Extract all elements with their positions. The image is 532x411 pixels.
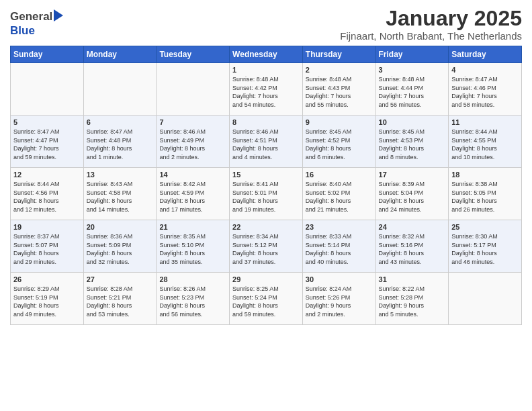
cell-content-line: Sunset: 4:42 PM: [232, 84, 300, 93]
cell-content-line: Daylight: 8 hours: [306, 249, 373, 258]
day-number: 16: [306, 171, 373, 179]
calendar-week-row: 19Sunrise: 8:37 AMSunset: 5:07 PMDayligh…: [11, 220, 522, 273]
cell-content-line: and 35 minutes.: [159, 258, 226, 267]
cell-content-line: Sunset: 5:28 PM: [379, 293, 446, 302]
cell-content-line: and 49 minutes.: [13, 310, 81, 319]
calendar-cell: 20Sunrise: 8:36 AMSunset: 5:09 PMDayligh…: [83, 220, 157, 273]
cell-content-line: and 56 minutes.: [159, 310, 226, 319]
cell-content-line: and 26 minutes.: [451, 205, 519, 214]
cell-content-line: Sunset: 4:44 PM: [379, 84, 446, 93]
cell-content-line: and 24 minutes.: [379, 205, 446, 214]
cell-content-line: Sunset: 5:24 PM: [232, 293, 300, 302]
day-number: 20: [87, 223, 154, 231]
day-number: 29: [232, 275, 300, 283]
cell-content-line: and 43 minutes.: [379, 258, 446, 267]
cell-content-line: Daylight: 9 hours: [379, 302, 446, 310]
cell-content-line: and 54 minutes.: [232, 101, 300, 109]
day-number: 8: [232, 118, 300, 126]
cell-content-line: Sunset: 4:52 PM: [306, 136, 373, 145]
cell-content-line: Sunrise: 8:35 AM: [159, 232, 226, 241]
cell-content-line: Sunset: 5:05 PM: [451, 189, 519, 197]
cell-content-line: Sunset: 4:55 PM: [451, 136, 519, 145]
cell-content-line: and 46 minutes.: [451, 258, 519, 267]
cell-content-line: Sunset: 4:56 PM: [13, 189, 81, 197]
calendar-cell: 19Sunrise: 8:37 AMSunset: 5:07 PMDayligh…: [11, 220, 84, 273]
column-header-friday: Friday: [375, 46, 449, 63]
cell-content-line: Daylight: 8 hours: [159, 302, 226, 310]
column-header-tuesday: Tuesday: [157, 46, 230, 63]
calendar-cell: 21Sunrise: 8:35 AMSunset: 5:10 PMDayligh…: [157, 220, 230, 273]
cell-content-line: Sunrise: 8:46 AM: [232, 128, 300, 136]
header: General Blue January 2025 Fijnaart, Nort…: [10, 7, 522, 42]
cell-content-line: Sunset: 5:12 PM: [232, 241, 300, 250]
calendar-cell: 18Sunrise: 8:38 AMSunset: 5:05 PMDayligh…: [449, 168, 522, 220]
cell-content-line: Sunset: 4:48 PM: [87, 136, 154, 145]
day-number: 19: [13, 223, 81, 231]
cell-content-line: Sunrise: 8:45 AM: [306, 128, 373, 136]
cell-content-line: Sunset: 5:01 PM: [232, 189, 300, 197]
cell-content-line: Daylight: 8 hours: [232, 144, 300, 153]
main-container: General Blue January 2025 Fijnaart, Nort…: [0, 0, 532, 328]
cell-content-line: and 17 minutes.: [159, 205, 226, 214]
cell-content-line: Daylight: 8 hours: [87, 249, 154, 258]
cell-content-line: Daylight: 8 hours: [379, 249, 446, 258]
day-number: 26: [13, 275, 81, 283]
logo-general: General: [10, 10, 52, 24]
cell-content-line: and 55 minutes.: [306, 101, 373, 109]
calendar-cell: 1Sunrise: 8:48 AMSunset: 4:42 PMDaylight…: [230, 63, 303, 116]
cell-content-line: and 2 minutes.: [159, 153, 226, 162]
calendar-cell: 16Sunrise: 8:40 AMSunset: 5:02 PMDayligh…: [302, 168, 375, 220]
cell-content-line: Sunset: 5:02 PM: [306, 189, 373, 197]
calendar-cell: 22Sunrise: 8:34 AMSunset: 5:12 PMDayligh…: [230, 220, 303, 273]
cell-content-line: and 6 minutes.: [306, 153, 373, 162]
calendar-cell: 13Sunrise: 8:43 AMSunset: 4:58 PMDayligh…: [83, 168, 157, 220]
calendar-cell: 8Sunrise: 8:46 AMSunset: 4:51 PMDaylight…: [230, 116, 303, 168]
day-number: 1: [232, 66, 300, 74]
cell-content-line: Sunrise: 8:41 AM: [232, 180, 300, 189]
cell-content-line: Daylight: 8 hours: [306, 144, 373, 153]
cell-content-line: Daylight: 8 hours: [13, 302, 81, 310]
logo-arrow-icon: [54, 9, 63, 21]
cell-content-line: Sunset: 4:43 PM: [306, 84, 373, 93]
calendar-table: SundayMondayTuesdayWednesdayThursdayFrid…: [10, 46, 522, 325]
cell-content-line: Daylight: 8 hours: [232, 197, 300, 205]
cell-content-line: Sunset: 5:16 PM: [379, 241, 446, 250]
cell-content-line: Sunrise: 8:39 AM: [379, 180, 446, 189]
day-number: 10: [379, 118, 446, 126]
calendar-cell: 30Sunrise: 8:24 AMSunset: 5:26 PMDayligh…: [302, 273, 375, 325]
calendar-cell: 26Sunrise: 8:29 AMSunset: 5:19 PMDayligh…: [11, 273, 84, 325]
day-number: 27: [87, 275, 154, 283]
cell-content-line: Sunset: 5:19 PM: [13, 293, 81, 302]
cell-content-line: Sunset: 4:46 PM: [451, 84, 519, 93]
column-header-saturday: Saturday: [449, 46, 522, 63]
title-block: January 2025 Fijnaart, North Brabant, Th…: [340, 7, 522, 42]
calendar-cell: 28Sunrise: 8:26 AMSunset: 5:23 PMDayligh…: [157, 273, 230, 325]
cell-content-line: and 14 minutes.: [87, 205, 154, 214]
calendar-header-row: SundayMondayTuesdayWednesdayThursdayFrid…: [11, 46, 522, 63]
logo: General Blue: [10, 9, 63, 38]
day-number: 14: [159, 171, 226, 179]
calendar-cell: 5Sunrise: 8:47 AMSunset: 4:47 PMDaylight…: [11, 116, 84, 168]
day-number: 7: [159, 118, 226, 126]
cell-content-line: Sunrise: 8:28 AM: [87, 285, 154, 293]
cell-content-line: Sunrise: 8:29 AM: [13, 285, 81, 293]
cell-content-line: Sunset: 5:17 PM: [451, 241, 519, 250]
cell-content-line: Sunrise: 8:47 AM: [87, 128, 154, 136]
calendar-body: 1Sunrise: 8:48 AMSunset: 4:42 PMDaylight…: [11, 63, 522, 325]
cell-content-line: Daylight: 8 hours: [306, 197, 373, 205]
day-number: 24: [379, 223, 446, 231]
cell-content-line: and 40 minutes.: [306, 258, 373, 267]
cell-content-line: Daylight: 8 hours: [232, 302, 300, 310]
cell-content-line: Sunset: 5:26 PM: [306, 293, 373, 302]
cell-content-line: Sunrise: 8:48 AM: [379, 75, 446, 84]
cell-content-line: Daylight: 8 hours: [159, 144, 226, 153]
cell-content-line: Sunset: 4:53 PM: [379, 136, 446, 145]
cell-content-line: Sunrise: 8:26 AM: [159, 285, 226, 293]
calendar-cell: 2Sunrise: 8:48 AMSunset: 4:43 PMDaylight…: [302, 63, 375, 116]
cell-content-line: Sunset: 4:59 PM: [159, 189, 226, 197]
cell-content-line: and 2 minutes.: [306, 310, 373, 319]
cell-content-line: Sunrise: 8:45 AM: [379, 128, 446, 136]
cell-content-line: Daylight: 8 hours: [451, 144, 519, 153]
calendar-cell: 15Sunrise: 8:41 AMSunset: 5:01 PMDayligh…: [230, 168, 303, 220]
day-number: 17: [379, 171, 446, 179]
